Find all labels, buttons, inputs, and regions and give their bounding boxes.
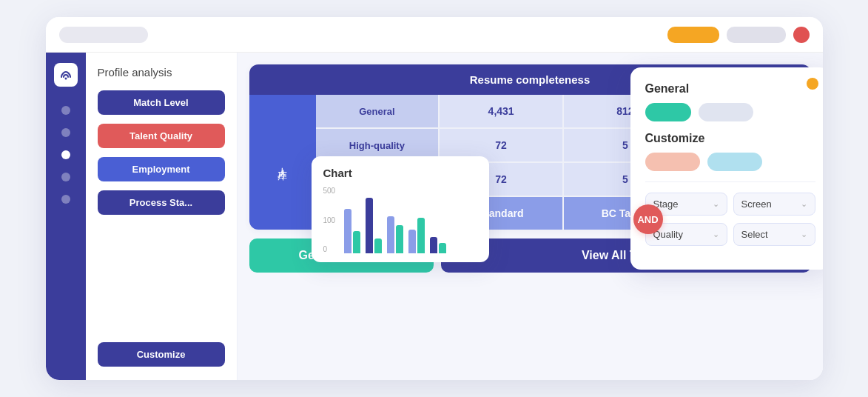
chart-area: 500 100 0 xyxy=(323,187,477,253)
screen-chevron: ⌄ xyxy=(801,199,807,209)
and-badge: AND xyxy=(633,204,663,234)
bar-3a xyxy=(387,216,394,253)
filter-general-title: General xyxy=(645,82,815,96)
bar-group-2 xyxy=(366,198,382,253)
bar-1b xyxy=(353,231,360,253)
cell-4431[interactable]: 4,431 xyxy=(440,95,562,127)
bar-group-4 xyxy=(408,218,425,253)
screen-dropdown[interactable]: Screen ⌄ xyxy=(733,193,815,216)
bar-2a xyxy=(366,198,373,253)
filter-tag-blue[interactable] xyxy=(707,153,762,171)
title-pill xyxy=(59,27,148,43)
main-content: Resume completeness 人才库 General 4,431 81… xyxy=(238,53,823,380)
profile-title: Profile analysis xyxy=(98,66,225,79)
chart-title: Chart xyxy=(323,167,477,179)
main-window: Profile analysis Match Level Talent Qual… xyxy=(46,17,823,380)
customize-button[interactable]: Customize xyxy=(98,342,225,367)
title-btn-gray[interactable] xyxy=(727,27,786,43)
bar-group-5 xyxy=(430,237,446,253)
filter-dropdowns: AND Stage ⌄ Screen ⌄ xyxy=(645,193,815,246)
bar-group-3 xyxy=(387,216,403,253)
sidebar-dot-5[interactable] xyxy=(61,195,70,204)
talent-quality-button[interactable]: Talent Quality xyxy=(98,124,225,148)
sidebar-dot-1[interactable] xyxy=(61,106,70,115)
filter-divider xyxy=(645,181,815,182)
filter-tag-green[interactable] xyxy=(645,103,691,121)
stage-chevron: ⌄ xyxy=(713,199,719,209)
filter-customize-title: Customize xyxy=(645,132,815,145)
filter-row-1 xyxy=(645,103,815,121)
cell-general[interactable]: General xyxy=(316,95,439,127)
sidebar-dot-4[interactable] xyxy=(61,173,70,181)
close-button[interactable] xyxy=(793,27,810,43)
select-dropdown[interactable]: Select ⌄ xyxy=(733,223,815,246)
bar-2b xyxy=(374,238,382,253)
sidebar-dot-2[interactable] xyxy=(61,128,70,137)
filter-panel: General Customize AND xyxy=(630,67,823,270)
title-bar xyxy=(46,17,823,53)
chart-y-labels: 500 100 0 xyxy=(323,187,336,253)
bar-4b xyxy=(417,218,425,253)
profile-panel: Profile analysis Match Level Talent Qual… xyxy=(86,53,238,380)
col-label: 人才库 xyxy=(249,95,316,230)
title-btn-orange[interactable] xyxy=(667,27,719,43)
bar-3b xyxy=(396,225,403,253)
sidebar xyxy=(46,53,86,380)
select-chevron: ⌄ xyxy=(801,230,807,239)
filter-row-2 xyxy=(645,153,815,171)
logo xyxy=(54,63,78,87)
filter-dropdown-row-1: Stage ⌄ Screen ⌄ xyxy=(645,193,815,216)
bar-4a xyxy=(408,230,416,253)
filter-dropdown-row-2: Quality ⌄ Select ⌄ xyxy=(645,223,815,246)
bar-1a xyxy=(344,209,351,253)
filter-tag-pink[interactable] xyxy=(645,153,700,171)
chart-popup: Chart 500 100 0 xyxy=(312,156,489,262)
bar-5a xyxy=(430,237,437,253)
bar-group-1 xyxy=(344,209,360,253)
quality-chevron: ⌄ xyxy=(713,230,719,239)
employment-button[interactable]: Employment xyxy=(98,157,225,181)
bar-5b xyxy=(439,243,446,253)
chart-bars xyxy=(344,187,477,253)
process-status-button[interactable]: Process Sta... xyxy=(98,190,225,215)
filter-orange-dot xyxy=(807,78,818,90)
filter-tag-gray[interactable] xyxy=(699,103,753,121)
sidebar-dot-3[interactable] xyxy=(61,150,70,159)
svg-point-0 xyxy=(64,78,67,80)
match-level-button[interactable]: Match Level xyxy=(98,90,225,115)
